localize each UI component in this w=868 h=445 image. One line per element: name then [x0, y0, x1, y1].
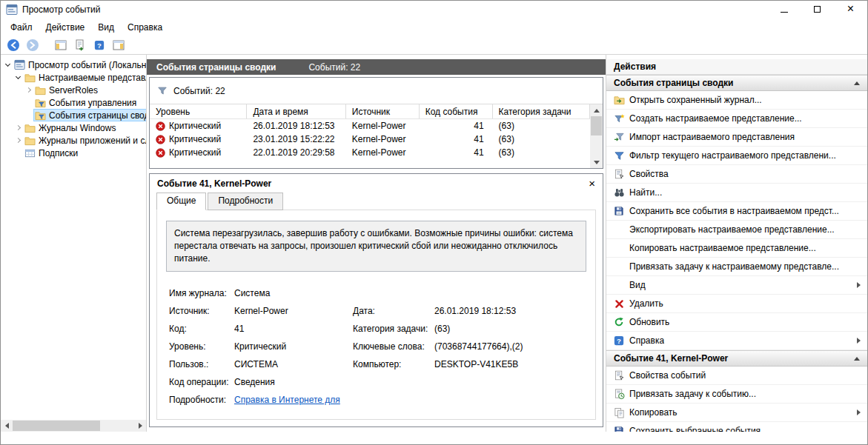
chevron-right-icon[interactable] [13, 138, 23, 142]
action-item[interactable]: Копировать настраиваемое представление..… [606, 239, 867, 258]
detail-field: Имя журнала:Система [166, 284, 586, 302]
menu-view[interactable]: Вид [91, 20, 121, 35]
column-header[interactable]: Уровень [150, 104, 247, 118]
submenu-arrow-icon [857, 338, 861, 344]
detail-tabs: ОбщиеПодробности [150, 193, 603, 210]
critical-icon [156, 148, 165, 158]
action-item[interactable]: Открыть сохраненный журнал... [606, 91, 867, 110]
action-item[interactable]: Сохранить все события в настраиваемом пр… [606, 202, 867, 221]
center-panel: События страницы сводки Событий: 22 Собы… [147, 55, 606, 432]
scroll-left-button[interactable] [1, 420, 13, 432]
event-row[interactable]: Критический23.01.2019 15:22:22Kernel-Pow… [150, 133, 590, 146]
chevron-down-icon[interactable] [13, 76, 23, 78]
event-row[interactable]: Критический26.01.2019 18:12:53Kernel-Pow… [150, 119, 590, 133]
scroll-down-button[interactable] [591, 156, 603, 168]
event-row[interactable]: Критический22.01.2019 20:29:58Kernel-Pow… [150, 146, 590, 159]
results-pane-header: События страницы сводки Событий: 22 [147, 59, 606, 75]
critical-icon [156, 135, 165, 144]
table-vertical-scrollbar[interactable] [590, 104, 603, 168]
column-header[interactable]: Источник [346, 104, 420, 118]
general-tab-content: Система перезагрузилась, завершив работу… [156, 210, 596, 420]
detail-field: Уровень:КритическийКлючевые слова:(70368… [166, 338, 586, 355]
column-header[interactable]: Категория задачи [493, 104, 590, 118]
scrollbar-thumb[interactable] [591, 116, 602, 135]
scroll-up-button[interactable] [591, 104, 603, 116]
app-icon [14, 59, 25, 70]
tree-item-0[interactable]: Просмотр событий (Локальн [1, 58, 146, 71]
action-item[interactable]: Привязать задачу к событию... [606, 385, 867, 404]
save-icon [613, 206, 625, 216]
action-item[interactable]: Удалить [606, 295, 867, 313]
detail-tab-0[interactable]: Общие [156, 193, 206, 210]
tree: Просмотр событий (ЛокальнНастраиваемые п… [1, 58, 146, 420]
open-log-icon [613, 95, 625, 105]
detail-field: Подробности:Справка в Интернете для [166, 391, 586, 409]
tree-item-4[interactable]: События страницы свод [1, 109, 146, 121]
action-item[interactable]: Вид [606, 276, 867, 295]
maximize-icon [814, 4, 821, 15]
action-section-0: События страницы сводкиОткрыть сохраненн… [606, 75, 867, 350]
tree-item-2[interactable]: ServerRoles [1, 84, 146, 96]
folder-icon [24, 135, 36, 146]
action-item[interactable]: Сохранить выбранные события [606, 422, 867, 432]
scrollbar-thumb[interactable] [13, 421, 100, 431]
action-item[interactable]: Экспортировать настраиваемое представлен… [606, 221, 867, 239]
tree-item-3[interactable]: События управления [1, 96, 146, 109]
save-icon [613, 426, 625, 432]
chevron-right-icon[interactable] [24, 88, 33, 92]
folder-icon [24, 73, 36, 83]
chevron-right-icon[interactable] [13, 126, 23, 130]
detail-tab-1[interactable]: Подробности [208, 193, 283, 210]
export-list-button[interactable] [71, 37, 88, 53]
action-item[interactable]: Импорт настраиваемого представления [606, 128, 867, 147]
minimize-button[interactable] [767, 1, 801, 19]
task-icon [613, 389, 625, 400]
column-header[interactable]: Дата и время [247, 104, 345, 118]
action-section-header[interactable]: Событие 41, Kernel-Power [606, 350, 867, 367]
collapse-up-icon[interactable] [854, 357, 860, 361]
back-button[interactable] [4, 37, 21, 53]
find-icon [613, 187, 625, 198]
scroll-right-button[interactable] [134, 420, 146, 432]
action-item[interactable]: Фильтр текущего настраиваемого представл… [606, 147, 867, 165]
action-item[interactable]: Создать настраиваемое представление... [606, 110, 867, 128]
detail-fields: Имя журнала:СистемаИсточник:Kernel-Power… [166, 284, 586, 409]
menu-action[interactable]: Действие [39, 20, 92, 35]
tree-item-1[interactable]: Настраиваемые представле [1, 71, 146, 84]
chevron-down-icon[interactable] [3, 64, 13, 66]
action-item[interactable]: Обновить [606, 313, 867, 332]
action-section-header[interactable]: События страницы сводки [606, 75, 867, 91]
collapse-up-icon[interactable] [854, 81, 860, 85]
help-button[interactable]: ? [90, 37, 107, 53]
menu-file[interactable]: Файл [4, 20, 39, 35]
forward-button[interactable] [24, 37, 41, 53]
properties-icon [613, 370, 625, 381]
close-button[interactable]: × [834, 1, 867, 19]
action-item[interactable]: Привязать задачу к настраиваемому предст… [606, 258, 867, 276]
scrollbar-track[interactable] [590, 116, 603, 156]
maximize-button[interactable] [801, 1, 834, 19]
action-item[interactable]: Копировать [606, 404, 867, 422]
tree-horizontal-scrollbar[interactable] [1, 420, 146, 432]
preview-close-button[interactable]: × [589, 179, 595, 188]
events-pane: Событий: 22 УровеньДата и времяИсточникК… [149, 77, 603, 169]
menu-help[interactable]: Справка [121, 20, 169, 35]
tree-item-6[interactable]: Журналы приложений и сл [1, 134, 146, 147]
column-header[interactable]: Код события [420, 104, 493, 118]
funnel-icon [157, 86, 168, 96]
tree-item-7[interactable]: Подписки [1, 147, 146, 159]
window-controls: × [767, 1, 867, 19]
action-item[interactable]: Свойства событий [606, 367, 867, 385]
console-tree-toggle-button[interactable] [52, 37, 69, 53]
action-item[interactable]: Найти... [606, 184, 867, 202]
action-item[interactable]: Свойства [606, 165, 867, 184]
scrollbar-track[interactable] [13, 420, 134, 432]
tree-item-5[interactable]: Журналы Windows [1, 121, 146, 134]
online-help-link[interactable]: Справка в Интернете для [234, 395, 340, 405]
action-item[interactable]: ?Справка [606, 332, 867, 350]
events-count: Событий: 22 [173, 86, 225, 96]
action-pane-toggle-button[interactable] [110, 37, 127, 53]
export-list-icon [74, 39, 86, 51]
delete-icon [613, 299, 625, 309]
table-header-row: УровеньДата и времяИсточникКод событияКа… [150, 104, 590, 119]
